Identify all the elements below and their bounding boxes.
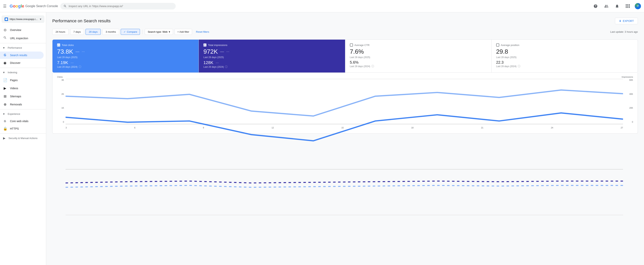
sidebar-item-sitemaps-label: Sitemaps bbox=[10, 95, 21, 98]
divider-4 bbox=[0, 134, 46, 134]
compare-label: Compare bbox=[127, 30, 137, 33]
x-label-12: 12 bbox=[272, 126, 274, 129]
accounts-icon[interactable] bbox=[602, 2, 610, 10]
impressions-checkbox-box: ✓ bbox=[204, 44, 206, 46]
impressions-info-icon[interactable]: ⓘ bbox=[225, 65, 228, 69]
sidebar-section-indexing-label: Indexing bbox=[8, 71, 17, 74]
topbar: ☰ Google Google Search Console bbox=[0, 0, 644, 12]
x-label-15: 15 bbox=[342, 126, 344, 129]
core-web-vitals-icon: G bbox=[3, 120, 7, 123]
sidebar-section-indexing[interactable]: ▾ Indexing bbox=[0, 69, 46, 76]
x-label-27: 27 bbox=[621, 126, 623, 129]
chart-impressions-label: Impressions bbox=[622, 76, 633, 78]
ctr-checkbox[interactable]: Average CTR bbox=[350, 44, 487, 46]
add-filter-button[interactable]: + Add filter bbox=[174, 29, 192, 35]
chart-container: Clicks Impressions 3K 2K 1K 0 60K 40K 20… bbox=[52, 73, 638, 134]
sidebar-item-core-web-vitals-label: Core web vitals bbox=[10, 120, 28, 123]
sidebar-section-experience-label: Experience bbox=[8, 112, 20, 116]
reset-filters-button[interactable]: Reset filters bbox=[194, 29, 212, 34]
sidebar-item-videos[interactable]: ▶ Videos bbox=[0, 84, 44, 92]
metrics-row: ✓ Total clicks 73.8K — ⋯ Last 28 days (2… bbox=[52, 40, 638, 73]
x-label-3: 3 bbox=[66, 126, 67, 129]
export-label: EXPORT bbox=[623, 20, 634, 22]
apps-icon[interactable] bbox=[624, 2, 632, 10]
topbar-left: ☰ Google Google Search Console bbox=[3, 4, 58, 9]
clicks-compare-value: 7.19K ⋯ bbox=[57, 60, 194, 65]
sidebar-item-https[interactable]: 🔒 HTTPS bbox=[0, 124, 44, 133]
sidebar: https://www.oneupapp.i... ▾ ⊙ Overview U… bbox=[0, 12, 46, 265]
site-selector[interactable]: https://www.oneupapp.i... ▾ bbox=[2, 16, 44, 23]
clicks-period: Last 28 days (2025) bbox=[57, 56, 194, 59]
clicks-dash: — bbox=[76, 50, 80, 54]
sidebar-section-performance[interactable]: ▾ Performance bbox=[0, 44, 46, 52]
clicks-info-icon[interactable]: ⓘ bbox=[79, 65, 81, 69]
app-title: Google Search Console bbox=[26, 4, 58, 8]
page-title: Performance on Search results bbox=[52, 18, 110, 24]
chart-area: 3K 2K 1K 0 60K 40K 20K 0 bbox=[57, 79, 633, 129]
sidebar-section-performance-label: Performance bbox=[8, 46, 22, 49]
sidebar-item-search-results[interactable]: G Search results bbox=[0, 52, 44, 59]
position-info-icon[interactable]: ⓘ bbox=[518, 64, 520, 68]
position-period: Last 28 days (2025) bbox=[496, 56, 633, 59]
compare-button[interactable]: ✓ Compare bbox=[121, 29, 140, 35]
sidebar-item-sitemaps[interactable]: ⊞ Sitemaps bbox=[0, 92, 44, 100]
impressions-compare-more-icon[interactable]: ⋯ bbox=[216, 61, 219, 64]
sidebar-item-overview[interactable]: ⊙ Overview bbox=[0, 26, 44, 34]
sidebar-item-core-web-vitals[interactable]: G Core web vitals bbox=[0, 118, 44, 124]
security-chevron-icon: ▶ bbox=[3, 136, 6, 140]
chart-x-labels: 3 6 9 12 15 18 21 24 27 bbox=[66, 126, 623, 129]
search-type-button[interactable]: Search type: Web ▾ bbox=[145, 29, 173, 35]
hamburger-icon[interactable]: ☰ bbox=[3, 4, 6, 8]
filter-3m[interactable]: 3 months bbox=[102, 29, 119, 35]
sidebar-item-discover[interactable]: ◉ Discover bbox=[0, 59, 44, 67]
impressions-more-icon[interactable]: ⋯ bbox=[226, 50, 229, 54]
impressions-period: Last 28 days (2025) bbox=[204, 56, 340, 59]
sidebar-item-url-inspection[interactable]: URL inspection bbox=[0, 34, 44, 42]
metric-card-position: Average position 29.8 Last 28 days (2025… bbox=[491, 40, 638, 72]
position-checkbox[interactable]: Average position bbox=[496, 44, 633, 46]
reset-filters-label: Reset filters bbox=[196, 30, 209, 33]
sidebar-item-removals[interactable]: ⊗ Removals bbox=[0, 100, 44, 108]
filter-7d[interactable]: 7 days bbox=[70, 29, 84, 35]
export-button[interactable]: ⬇ EXPORT bbox=[615, 18, 638, 24]
search-type-label: Search type: Web bbox=[148, 30, 168, 33]
position-compare-period: Last 28 days (2024) ⓘ bbox=[496, 64, 633, 68]
pages-icon: 📄 bbox=[3, 78, 7, 82]
clicks-more-icon[interactable]: ⋯ bbox=[82, 50, 85, 54]
impressions-checkbox[interactable]: ✓ Total impressions bbox=[204, 44, 340, 46]
experience-chevron-icon: ▾ bbox=[3, 112, 4, 116]
main-content: Performance on Search results ⬇ EXPORT 2… bbox=[46, 12, 644, 265]
ctr-label: Average CTR bbox=[354, 44, 370, 46]
filter-24h[interactable]: 24 hours bbox=[52, 29, 69, 35]
search-icon bbox=[64, 4, 67, 8]
export-icon: ⬇ bbox=[619, 20, 621, 22]
help-icon[interactable] bbox=[592, 2, 600, 10]
notifications-icon[interactable] bbox=[613, 2, 621, 10]
clicks-checkbox[interactable]: ✓ Total clicks bbox=[57, 44, 194, 46]
y-left-2k: 2K bbox=[57, 93, 64, 95]
filters-row: 24 hours 7 days 28 days 3 months ✓ Compa… bbox=[52, 29, 638, 35]
sidebar-section-security[interactable]: ▶ Security & Manual Actions bbox=[0, 134, 46, 142]
ctr-info-icon[interactable]: ⓘ bbox=[372, 64, 374, 68]
search-input[interactable] bbox=[69, 4, 173, 8]
sidebar-item-pages[interactable]: 📄 Pages bbox=[0, 76, 44, 84]
position-label: Average position bbox=[501, 44, 520, 46]
sidebar-item-removals-label: Removals bbox=[10, 103, 22, 106]
clicks-compare-more-icon[interactable]: ⋯ bbox=[70, 61, 74, 64]
search-bar[interactable] bbox=[60, 3, 176, 10]
sidebar-item-videos-label: Videos bbox=[10, 87, 18, 90]
sidebar-item-url-inspection-label: URL inspection bbox=[10, 37, 28, 40]
sidebar-item-discover-label: Discover bbox=[10, 61, 20, 64]
sidebar-section-experience[interactable]: ▾ Experience bbox=[0, 110, 46, 118]
site-name: https://www.oneupapp.i... bbox=[10, 18, 38, 20]
chart-svg bbox=[66, 79, 623, 215]
filter-28d[interactable]: 28 days bbox=[86, 29, 101, 35]
sidebar-section-security-label: Security & Manual Actions bbox=[8, 137, 38, 140]
avatar[interactable]: U bbox=[635, 3, 641, 9]
divider-3 bbox=[0, 109, 46, 110]
y-left-1k: 1K bbox=[57, 107, 64, 109]
topbar-icons: U bbox=[592, 2, 641, 10]
filter-separator bbox=[142, 30, 142, 34]
x-label-21: 21 bbox=[481, 126, 483, 129]
sidebar-item-overview-label: Overview bbox=[10, 28, 21, 32]
